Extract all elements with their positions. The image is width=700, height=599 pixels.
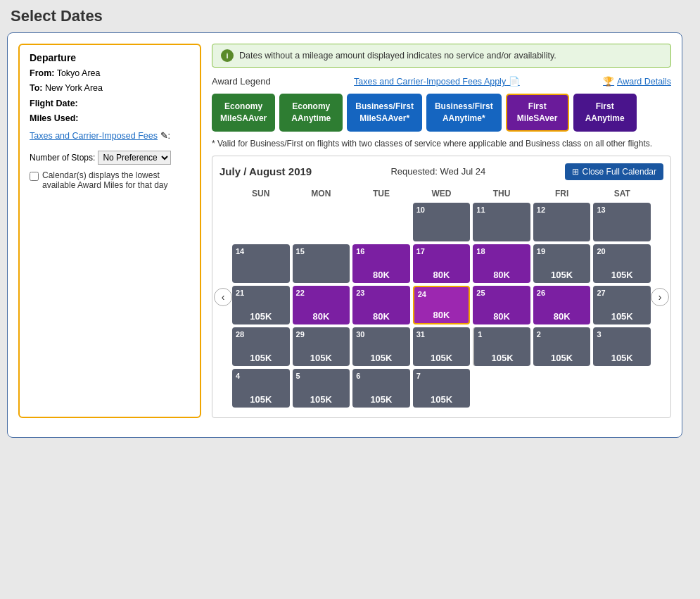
cal-cell-jul29[interactable]: 29105K [293,327,350,366]
cal-cell-jul14[interactable]: 14 [232,244,290,283]
eco-anytime-btn[interactable]: EconomyAAnytime [279,94,343,132]
info-icon: i [221,49,234,62]
cal-cell-aug6[interactable]: 6105K [352,369,410,408]
day-wed: WED [413,187,471,200]
cal-cell-jul11[interactable]: 11 [473,203,530,241]
first-anytime-btn[interactable]: FirstAAnytime [573,94,637,132]
biz-anytime-btn[interactable]: Business/FirstAAnytime* [426,94,502,132]
cal-cell-aug4[interactable]: 4105K [232,369,290,408]
cal-cell-jul24[interactable]: 2480K [413,286,471,324]
page-title: Select Dates [7,7,693,25]
cal-cell-empty [533,369,591,408]
award-details-link[interactable]: 🏆 Award Details [603,76,671,87]
day-fri: FRI [533,187,591,200]
day-tue: TUE [352,187,410,200]
next-month-btn[interactable]: › [651,288,669,306]
departure-from: From: Tokyo Area [30,66,190,81]
biz-saver-btn[interactable]: Business/FirstMileSAAver* [347,94,422,132]
cal-cell-jul23[interactable]: 2380K [352,286,410,324]
departure-title: Departure [30,52,190,63]
cal-row-1: 10 11 12 13 [232,203,651,241]
cal-cell-jul15[interactable]: 15 [293,244,350,283]
cal-cell-jul19[interactable]: 19105K [533,244,591,283]
cal-cell-aug1[interactable]: 1105K [473,327,530,366]
cal-cell-aug5[interactable]: 5105K [293,369,350,408]
cal-cell-empty [293,203,350,241]
day-headers: SUN MON TUE WED THU FRI SAT [232,187,651,200]
calendar-grid-icon: ⊞ [572,167,579,177]
cal-cell-empty [473,369,530,408]
calendar-grid-wrapper: ‹ SUN MON TUE WED THU FRI SAT [219,187,663,408]
miles-used-row: Miles Used: [30,111,190,126]
info-bar: i Dates without a mileage amount display… [212,44,671,68]
calendar-grid: SUN MON TUE WED THU FRI SAT [232,187,651,408]
cal-cell-jul17[interactable]: 1780K [413,244,471,283]
cal-cell-jul28[interactable]: 28105K [232,327,290,366]
cal-cell-aug7[interactable]: 7105K [413,369,471,408]
calendar-section: July / August 2019 Requested: Wed Jul 24… [212,156,671,418]
cal-cell-jul20[interactable]: 20105K [593,244,651,283]
flight-date-row: Flight Date: [30,96,190,111]
cal-cell-jul31[interactable]: 31105K [413,327,471,366]
main-container: Departure From: Tokyo Area To: New York … [7,32,682,438]
cal-cell-jul16[interactable]: 1680K [352,244,410,283]
cal-cell-jul18[interactable]: 1880K [473,244,530,283]
cal-row-4: 28105K 29105K 30105K 31105K 1105K 2105K … [232,327,651,366]
cal-cell-jul27[interactable]: 27105K [593,286,651,324]
cal-cell-jul22[interactable]: 2280K [293,286,350,324]
cal-row-5: 4105K 5105K 6105K 7105K [232,369,651,408]
stops-label: Number of Stops: [30,153,95,163]
stops-row: Number of Stops: No Preference Nonstop 1… [30,151,190,165]
cal-cell-jul26[interactable]: 2680K [533,286,591,324]
prev-month-btn[interactable]: ‹ [214,288,232,306]
calendar-hint-checkbox[interactable] [30,172,39,181]
requested-text: Requested: Wed Jul 24 [390,166,485,177]
departure-box: Departure From: Tokyo Area To: New York … [18,44,201,418]
first-saver-btn[interactable]: FirstMileSAver [506,94,569,132]
eco-saver-btn[interactable]: EconomyMileSAAver [212,94,275,132]
right-panel: i Dates without a mileage amount display… [212,44,671,418]
cal-row-2: 14 15 1680K 1780K 1880K 19105K 20105K [232,244,651,283]
cal-cell-empty [232,203,290,241]
calendar-header: July / August 2019 Requested: Wed Jul 24… [219,163,663,180]
cal-cell-empty [593,369,651,408]
day-sat: SAT [593,187,651,200]
fees-link[interactable]: Taxes and Carrier-Imposed Fees [30,131,158,141]
cal-cell-jul21[interactable]: 21105K [232,286,290,324]
day-mon: MON [293,187,350,200]
legend-title: Award Legend [212,76,271,87]
footnote: * Valid for Business/First on flights wi… [212,139,671,149]
taxes-applied[interactable]: Taxes and Carrier-Imposed Fees Apply 📄 [354,76,520,87]
departure-to: To: New York Area [30,81,190,96]
cal-cell-aug3[interactable]: 3105K [593,327,651,366]
award-buttons: EconomyMileSAAver EconomyAAnytime Busine… [212,94,671,132]
award-legend-row: Award Legend Taxes and Carrier-Imposed F… [212,76,671,87]
cal-cell-jul12[interactable]: 12 [533,203,591,241]
cal-row-3: 21105K 2280K 2380K 2480K 2580K 2680K 271… [232,286,651,324]
stops-select[interactable]: No Preference Nonstop 1 Stop 2+ Stops [98,151,171,165]
cal-cell-jul25[interactable]: 2580K [473,286,530,324]
day-thu: THU [473,187,530,200]
cal-cell-jul13[interactable]: 13 [593,203,651,241]
cal-cell-jul10[interactable]: 10 [413,203,471,241]
day-sun: SUN [232,187,290,200]
calendar-hint: Calendar(s) displays the lowest availabl… [30,170,190,190]
cal-cell-jul30[interactable]: 30105K [352,327,410,366]
cal-cell-empty [352,203,410,241]
cal-cell-aug2[interactable]: 2105K [533,327,591,366]
close-calendar-btn[interactable]: ⊞ Close Full Calendar [565,163,663,180]
calendar-month-title: July / August 2019 [219,165,312,177]
info-text: Dates without a mileage amount displayed… [239,51,556,61]
